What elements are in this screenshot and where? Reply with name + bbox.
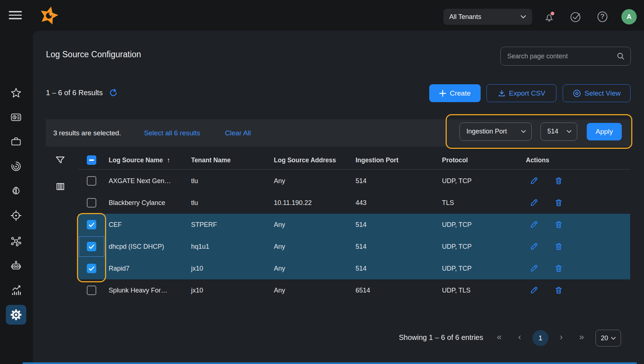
briefcase-icon[interactable]: [10, 135, 22, 148]
cell-protocol: TLS: [442, 192, 454, 214]
eye-icon: [573, 89, 581, 98]
search-box[interactable]: [500, 47, 631, 66]
avatar[interactable]: A: [621, 9, 637, 24]
gear-icon[interactable]: [10, 309, 22, 321]
cell-log-source-name: Rapid7: [109, 257, 129, 279]
cell-protocol: UDP, TCP: [442, 170, 472, 192]
download-icon: [498, 89, 506, 97]
columns-icon[interactable]: [55, 182, 65, 191]
main-panel: Log Source Configuration 1 – 6 of 6 Resu…: [33, 31, 644, 364]
cell-log-source-address: Any: [274, 236, 285, 257]
table-row-selected[interactable]: CEF STPERF Any 514 UDP, TCP: [78, 214, 630, 236]
column-header-log-source-address[interactable]: Log Source Address: [274, 151, 336, 169]
star-icon[interactable]: [10, 87, 22, 99]
edit-icon[interactable]: [529, 264, 538, 273]
delete-icon[interactable]: [554, 264, 563, 273]
cell-log-source-address: Any: [274, 279, 285, 301]
cell-protocol: UDP, TCP: [442, 214, 472, 236]
page-title: Log Source Configuration: [46, 50, 141, 59]
brand-star-logo: [38, 4, 60, 27]
cell-protocol: UDP, TLS: [442, 279, 470, 301]
plus-icon: [439, 90, 446, 97]
chart-icon[interactable]: [10, 284, 22, 297]
delete-icon[interactable]: [554, 242, 563, 251]
edit-icon[interactable]: [529, 242, 538, 251]
select-view-label: Select View: [585, 89, 621, 97]
next-page-icon[interactable]: ›: [556, 332, 567, 342]
row-checkbox-checked[interactable]: [87, 220, 96, 229]
row-checkbox[interactable]: [87, 198, 96, 208]
bulk-field-select[interactable]: Ingestion Port: [459, 123, 532, 141]
row-checkbox[interactable]: [87, 176, 96, 186]
table-row[interactable]: Blackberry Cylance tlu 10.11.190.22 443 …: [78, 192, 630, 214]
previous-page-icon[interactable]: ‹: [514, 332, 525, 342]
pagination-summary: Showing 1 – 6 of 6 entries: [399, 333, 483, 342]
row-checkbox-checked[interactable]: [87, 242, 96, 251]
select-all-checkbox[interactable]: [87, 155, 96, 165]
cell-log-source-name: CEF: [109, 214, 122, 236]
row-checkbox-checked[interactable]: [87, 264, 96, 273]
menu-icon[interactable]: [9, 11, 22, 20]
bottom-accent-line: [23, 363, 637, 364]
filter-icon[interactable]: [55, 155, 66, 166]
cell-tenant-name: jx10: [191, 279, 203, 301]
delete-icon[interactable]: [554, 177, 563, 185]
help-glyph: ?: [596, 12, 609, 20]
current-page-button[interactable]: 1: [532, 330, 548, 346]
last-page-icon[interactable]: »: [576, 332, 587, 342]
brain-icon[interactable]: [10, 185, 22, 197]
clear-all-link[interactable]: Clear All: [225, 129, 251, 137]
page-size-select[interactable]: 20: [595, 330, 621, 346]
select-view-button[interactable]: Select View: [563, 84, 631, 102]
first-page-icon[interactable]: «: [494, 332, 505, 342]
tenant-selector[interactable]: All Tenants: [443, 9, 532, 25]
cell-log-source-name: Blackberry Cylance: [109, 192, 165, 214]
edit-icon[interactable]: [529, 286, 538, 295]
cell-protocol: UDP, TCP: [442, 257, 472, 279]
refresh-icon[interactable]: [109, 88, 118, 97]
notifications-bell-icon[interactable]: [543, 11, 555, 23]
dashboard-icon[interactable]: [10, 111, 22, 123]
export-csv-label: Export CSV: [509, 89, 545, 97]
table-row[interactable]: AXGATE Next Gen… tlu Any 514 UDP, TCP: [78, 170, 630, 192]
crosshair-icon[interactable]: [10, 209, 22, 222]
apply-button[interactable]: Apply: [587, 123, 622, 140]
column-header-actions: Actions: [526, 151, 549, 169]
delete-icon[interactable]: [554, 220, 563, 229]
column-header-tenant-name[interactable]: Tenant Name: [191, 151, 231, 169]
delete-icon[interactable]: [554, 286, 563, 295]
network-icon[interactable]: [10, 235, 22, 247]
sort-ascending-icon[interactable]: ↑: [167, 156, 170, 164]
search-input[interactable]: [501, 53, 617, 60]
results-summary-row: 1 – 6 of 6 Results: [46, 88, 118, 97]
page-size-value: 20: [601, 334, 608, 342]
radar-icon[interactable]: [10, 160, 22, 173]
chevron-down-icon: [566, 130, 572, 133]
robot-icon[interactable]: [10, 259, 22, 272]
cell-log-source-name: AXGATE Next Gen…: [109, 170, 171, 192]
edit-icon[interactable]: [529, 177, 538, 185]
cell-tenant-name: STPERF: [191, 214, 217, 236]
export-csv-button[interactable]: Export CSV: [486, 84, 556, 102]
create-button[interactable]: Create: [429, 84, 481, 102]
delete-icon[interactable]: [554, 198, 563, 207]
table-row-selected[interactable]: Rapid7 jx10 Any 514 UDP, TCP: [78, 257, 630, 279]
tasks-check-icon[interactable]: [570, 11, 582, 23]
cell-ingestion-port: 514: [356, 236, 366, 257]
edit-icon[interactable]: [529, 198, 538, 207]
column-header-log-source-name[interactable]: Log Source Name ↑: [109, 151, 170, 169]
table-row-selected[interactable]: dhcpd (ISC DHCP) hq1u1 Any 514 UDP, TCP: [78, 236, 630, 257]
column-header-ingestion-port[interactable]: Ingestion Port: [356, 151, 399, 169]
bulk-field-value: Ingestion Port: [466, 128, 521, 135]
help-icon[interactable]: ?: [596, 11, 609, 23]
column-header-protocol[interactable]: Protocol: [442, 151, 468, 169]
cell-tenant-name: tlu: [191, 192, 198, 214]
table-header: Log Source Name ↑ Tenant Name Log Source…: [78, 151, 630, 170]
select-all-link[interactable]: Select all 6 results: [144, 129, 200, 137]
edit-icon[interactable]: [529, 220, 538, 229]
row-checkbox[interactable]: [87, 286, 96, 295]
bulk-edit-highlight-box: Ingestion Port 514 Apply: [446, 114, 632, 149]
cell-ingestion-port: 514: [356, 214, 366, 236]
bulk-value-select[interactable]: 514: [540, 123, 577, 141]
table-row[interactable]: Splunk Heavy For… jx10 Any 6514 UDP, TLS: [78, 279, 630, 301]
